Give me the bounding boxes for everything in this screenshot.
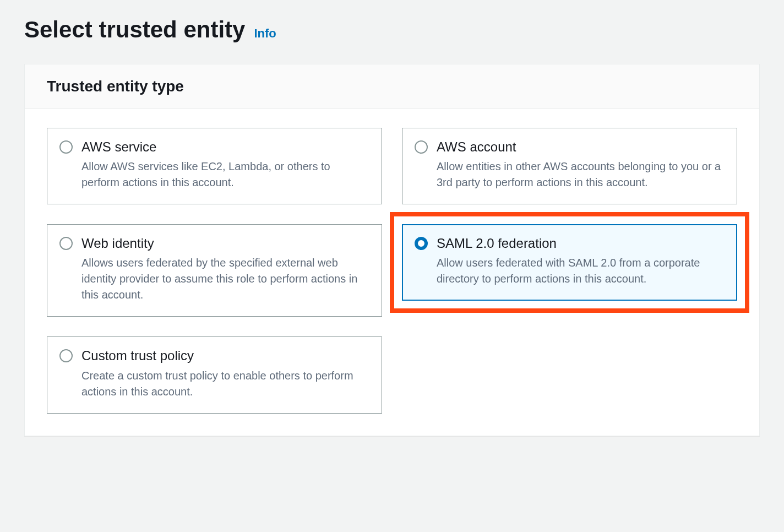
- option-text: SAML 2.0 federation Allow users federate…: [437, 235, 725, 287]
- option-custom-trust-wrap: Custom trust policy Create a custom trus…: [47, 336, 382, 413]
- panel-header-title: Trusted entity type: [47, 78, 737, 95]
- option-desc: Allow users federated with SAML 2.0 from…: [437, 255, 725, 287]
- option-title: Custom trust policy: [81, 347, 369, 364]
- option-web-identity-wrap: Web identity Allows users federated by t…: [47, 224, 382, 317]
- panel-body: AWS service Allow AWS services like EC2,…: [25, 109, 759, 436]
- option-saml-wrap: SAML 2.0 federation Allow users federate…: [402, 224, 737, 301]
- info-link[interactable]: Info: [254, 26, 276, 41]
- option-desc: Allows users federated by the specified …: [81, 255, 369, 303]
- option-aws-service[interactable]: AWS service Allow AWS services like EC2,…: [47, 128, 382, 204]
- option-desc: Allow AWS services like EC2, Lambda, or …: [81, 159, 369, 191]
- option-custom-trust-policy[interactable]: Custom trust policy Create a custom trus…: [47, 336, 382, 413]
- option-desc: Allow entities in other AWS accounts bel…: [437, 159, 725, 191]
- option-title: AWS service: [81, 138, 369, 155]
- radio-icon: [415, 237, 428, 250]
- option-aws-service-wrap: AWS service Allow AWS services like EC2,…: [47, 128, 382, 204]
- radio-icon: [59, 140, 73, 154]
- panel-header: Trusted entity type: [25, 64, 759, 109]
- radio-icon: [415, 140, 428, 154]
- highlight-annotation: SAML 2.0 federation Allow users federate…: [390, 212, 749, 313]
- page-header: Select trusted entity Info: [24, 17, 760, 43]
- trusted-entity-panel: Trusted entity type AWS service Allow AW…: [24, 64, 760, 436]
- entity-type-options: AWS service Allow AWS services like EC2,…: [47, 128, 737, 414]
- option-aws-account-wrap: AWS account Allow entities in other AWS …: [402, 128, 737, 204]
- option-title: SAML 2.0 federation: [437, 235, 725, 252]
- page-title: Select trusted entity: [24, 17, 245, 43]
- radio-icon: [59, 349, 73, 362]
- option-text: AWS account Allow entities in other AWS …: [437, 138, 725, 191]
- option-text: Web identity Allows users federated by t…: [81, 235, 369, 303]
- radio-icon: [59, 237, 73, 250]
- option-saml-federation[interactable]: SAML 2.0 federation Allow users federate…: [402, 224, 737, 301]
- option-title: Web identity: [81, 235, 369, 252]
- option-desc: Create a custom trust policy to enable o…: [81, 368, 369, 400]
- option-text: Custom trust policy Create a custom trus…: [81, 347, 369, 399]
- option-text: AWS service Allow AWS services like EC2,…: [81, 138, 369, 191]
- option-title: AWS account: [437, 138, 725, 155]
- option-web-identity[interactable]: Web identity Allows users federated by t…: [47, 224, 382, 317]
- option-aws-account[interactable]: AWS account Allow entities in other AWS …: [402, 128, 737, 204]
